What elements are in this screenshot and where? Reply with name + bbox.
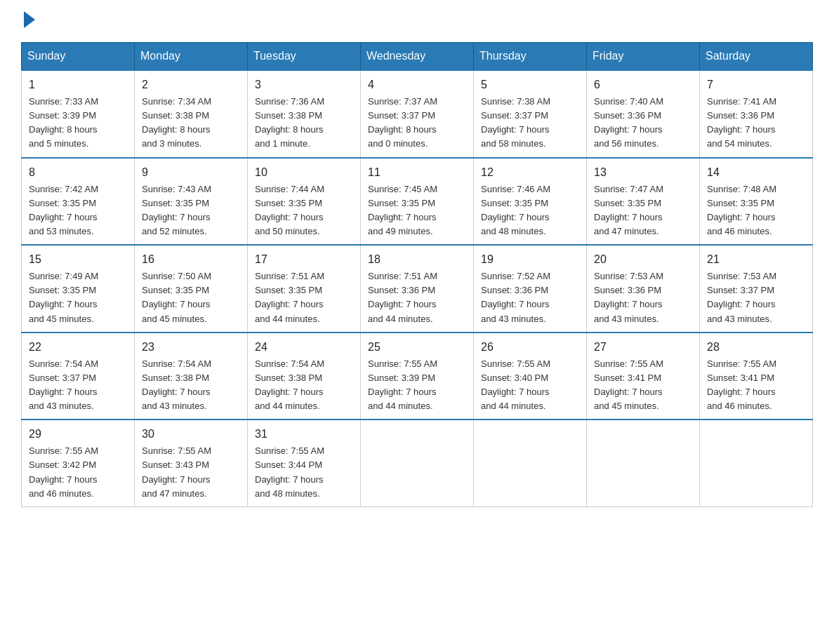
calendar-cell: 1 Sunrise: 7:33 AMSunset: 3:39 PMDayligh… <box>22 70 135 158</box>
day-info: Sunrise: 7:54 AMSunset: 3:38 PMDaylight:… <box>255 358 324 411</box>
calendar-cell: 12 Sunrise: 7:46 AMSunset: 3:35 PMDaylig… <box>474 158 587 246</box>
calendar-cell <box>361 420 474 507</box>
day-info: Sunrise: 7:44 AMSunset: 3:35 PMDaylight:… <box>255 184 324 236</box>
day-number: 9 <box>142 164 240 181</box>
calendar-cell: 16 Sunrise: 7:50 AMSunset: 3:35 PMDaylig… <box>135 245 248 333</box>
calendar-cell <box>700 420 813 507</box>
day-info: Sunrise: 7:55 AMSunset: 3:41 PMDaylight:… <box>594 358 663 411</box>
calendar-cell: 30 Sunrise: 7:55 AMSunset: 3:43 PMDaylig… <box>135 420 248 507</box>
day-number: 16 <box>142 251 240 268</box>
day-info: Sunrise: 7:55 AMSunset: 3:39 PMDaylight:… <box>368 358 437 411</box>
day-number: 24 <box>255 339 353 356</box>
day-number: 8 <box>29 164 127 181</box>
weekday-header-monday: Monday <box>135 43 248 71</box>
calendar-week-2: 8 Sunrise: 7:42 AMSunset: 3:35 PMDayligh… <box>22 158 813 246</box>
day-number: 28 <box>707 339 805 356</box>
day-info: Sunrise: 7:40 AMSunset: 3:36 PMDaylight:… <box>594 96 663 149</box>
calendar-cell: 14 Sunrise: 7:48 AMSunset: 3:35 PMDaylig… <box>700 158 813 246</box>
day-number: 12 <box>481 164 579 181</box>
calendar-cell <box>474 420 587 507</box>
day-number: 2 <box>142 76 240 93</box>
day-info: Sunrise: 7:36 AMSunset: 3:38 PMDaylight:… <box>255 96 324 149</box>
calendar-cell: 3 Sunrise: 7:36 AMSunset: 3:38 PMDayligh… <box>248 70 361 158</box>
weekday-header-wednesday: Wednesday <box>361 43 474 71</box>
day-number: 17 <box>255 251 353 268</box>
day-info: Sunrise: 7:55 AMSunset: 3:44 PMDaylight:… <box>255 445 324 498</box>
day-number: 11 <box>368 164 466 181</box>
calendar-cell: 10 Sunrise: 7:44 AMSunset: 3:35 PMDaylig… <box>248 158 361 246</box>
weekday-header-row: SundayMondayTuesdayWednesdayThursdayFrid… <box>22 43 813 71</box>
logo <box>21 14 35 28</box>
day-info: Sunrise: 7:45 AMSunset: 3:35 PMDaylight:… <box>368 184 437 236</box>
calendar-cell: 19 Sunrise: 7:52 AMSunset: 3:36 PMDaylig… <box>474 245 587 333</box>
calendar-cell: 6 Sunrise: 7:40 AMSunset: 3:36 PMDayligh… <box>587 70 700 158</box>
day-info: Sunrise: 7:55 AMSunset: 3:42 PMDaylight:… <box>29 445 98 498</box>
day-info: Sunrise: 7:46 AMSunset: 3:35 PMDaylight:… <box>481 184 550 236</box>
weekday-header-friday: Friday <box>587 43 700 71</box>
calendar-cell: 27 Sunrise: 7:55 AMSunset: 3:41 PMDaylig… <box>587 333 700 420</box>
day-info: Sunrise: 7:43 AMSunset: 3:35 PMDaylight:… <box>142 184 211 236</box>
day-info: Sunrise: 7:53 AMSunset: 3:37 PMDaylight:… <box>707 271 776 323</box>
calendar-week-5: 29 Sunrise: 7:55 AMSunset: 3:42 PMDaylig… <box>22 420 813 507</box>
calendar-cell: 13 Sunrise: 7:47 AMSunset: 3:35 PMDaylig… <box>587 158 700 246</box>
day-info: Sunrise: 7:37 AMSunset: 3:37 PMDaylight:… <box>368 96 437 149</box>
day-number: 1 <box>29 76 127 93</box>
day-number: 27 <box>594 339 692 356</box>
day-number: 30 <box>142 426 240 443</box>
calendar-cell: 24 Sunrise: 7:54 AMSunset: 3:38 PMDaylig… <box>248 333 361 420</box>
day-number: 7 <box>707 76 805 93</box>
calendar-cell: 31 Sunrise: 7:55 AMSunset: 3:44 PMDaylig… <box>248 420 361 507</box>
calendar-cell: 2 Sunrise: 7:34 AMSunset: 3:38 PMDayligh… <box>135 70 248 158</box>
day-info: Sunrise: 7:55 AMSunset: 3:40 PMDaylight:… <box>481 358 550 411</box>
weekday-header-saturday: Saturday <box>700 43 813 71</box>
calendar-cell: 7 Sunrise: 7:41 AMSunset: 3:36 PMDayligh… <box>700 70 813 158</box>
day-number: 13 <box>594 164 692 181</box>
day-number: 22 <box>29 339 127 356</box>
calendar-cell: 17 Sunrise: 7:51 AMSunset: 3:35 PMDaylig… <box>248 245 361 333</box>
logo-arrow-icon <box>24 11 35 28</box>
weekday-header-thursday: Thursday <box>474 43 587 71</box>
day-info: Sunrise: 7:51 AMSunset: 3:35 PMDaylight:… <box>255 271 324 323</box>
calendar-cell: 4 Sunrise: 7:37 AMSunset: 3:37 PMDayligh… <box>361 70 474 158</box>
day-number: 23 <box>142 339 240 356</box>
day-info: Sunrise: 7:38 AMSunset: 3:37 PMDaylight:… <box>481 96 550 149</box>
weekday-header-tuesday: Tuesday <box>248 43 361 71</box>
day-info: Sunrise: 7:48 AMSunset: 3:35 PMDaylight:… <box>707 184 776 236</box>
day-info: Sunrise: 7:55 AMSunset: 3:41 PMDaylight:… <box>707 358 776 411</box>
calendar-cell: 25 Sunrise: 7:55 AMSunset: 3:39 PMDaylig… <box>361 333 474 420</box>
calendar-cell: 20 Sunrise: 7:53 AMSunset: 3:36 PMDaylig… <box>587 245 700 333</box>
calendar-week-3: 15 Sunrise: 7:49 AMSunset: 3:35 PMDaylig… <box>22 245 813 333</box>
day-number: 31 <box>255 426 353 443</box>
day-info: Sunrise: 7:34 AMSunset: 3:38 PMDaylight:… <box>142 96 211 149</box>
weekday-header-sunday: Sunday <box>22 43 135 71</box>
calendar-week-4: 22 Sunrise: 7:54 AMSunset: 3:37 PMDaylig… <box>22 333 813 420</box>
calendar-cell: 21 Sunrise: 7:53 AMSunset: 3:37 PMDaylig… <box>700 245 813 333</box>
day-info: Sunrise: 7:49 AMSunset: 3:35 PMDaylight:… <box>29 271 98 323</box>
calendar-cell: 5 Sunrise: 7:38 AMSunset: 3:37 PMDayligh… <box>474 70 587 158</box>
day-number: 21 <box>707 251 805 268</box>
calendar-cell: 29 Sunrise: 7:55 AMSunset: 3:42 PMDaylig… <box>22 420 135 507</box>
day-number: 5 <box>481 76 579 93</box>
day-info: Sunrise: 7:52 AMSunset: 3:36 PMDaylight:… <box>481 271 550 323</box>
calendar-cell: 15 Sunrise: 7:49 AMSunset: 3:35 PMDaylig… <box>22 245 135 333</box>
day-info: Sunrise: 7:54 AMSunset: 3:37 PMDaylight:… <box>29 358 98 411</box>
calendar-week-1: 1 Sunrise: 7:33 AMSunset: 3:39 PMDayligh… <box>22 70 813 158</box>
calendar-cell <box>587 420 700 507</box>
day-number: 15 <box>29 251 127 268</box>
page-header <box>21 14 813 28</box>
day-number: 20 <box>594 251 692 268</box>
day-number: 19 <box>481 251 579 268</box>
calendar-table: SundayMondayTuesdayWednesdayThursdayFrid… <box>21 42 813 507</box>
day-info: Sunrise: 7:51 AMSunset: 3:36 PMDaylight:… <box>368 271 437 323</box>
day-info: Sunrise: 7:41 AMSunset: 3:36 PMDaylight:… <box>707 96 776 149</box>
day-info: Sunrise: 7:53 AMSunset: 3:36 PMDaylight:… <box>594 271 663 323</box>
day-number: 6 <box>594 76 692 93</box>
calendar-cell: 23 Sunrise: 7:54 AMSunset: 3:38 PMDaylig… <box>135 333 248 420</box>
day-number: 4 <box>368 76 466 93</box>
day-number: 26 <box>481 339 579 356</box>
calendar-cell: 22 Sunrise: 7:54 AMSunset: 3:37 PMDaylig… <box>22 333 135 420</box>
day-info: Sunrise: 7:50 AMSunset: 3:35 PMDaylight:… <box>142 271 211 323</box>
calendar-cell: 11 Sunrise: 7:45 AMSunset: 3:35 PMDaylig… <box>361 158 474 246</box>
calendar-cell: 8 Sunrise: 7:42 AMSunset: 3:35 PMDayligh… <box>22 158 135 246</box>
day-info: Sunrise: 7:33 AMSunset: 3:39 PMDaylight:… <box>29 96 98 149</box>
